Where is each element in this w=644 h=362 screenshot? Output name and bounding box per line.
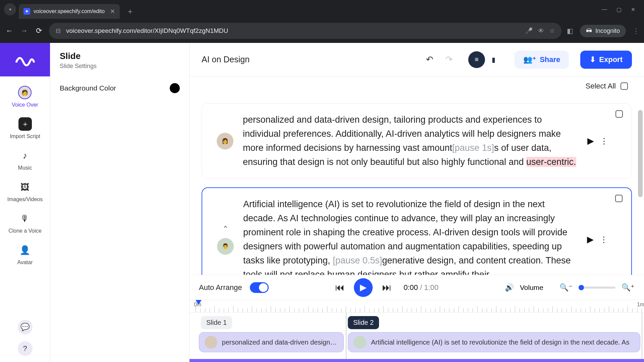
background-color-row: Background Color — [60, 83, 180, 93]
rail-avatar[interactable]: 👤 Avatar — [17, 243, 33, 265]
script-block[interactable]: ⌃ 👨 Artificial intelligence (AI) is set … — [202, 187, 632, 275]
script-block[interactable]: 👩 personalized and data-driven design, t… — [202, 103, 632, 179]
eye-off-icon[interactable]: 👁 — [538, 27, 544, 35]
speaker-avatar[interactable]: 👩 — [217, 133, 233, 149]
topbar: AI on Design ↶ ↷ ≡ ▮ 👥⁺ Share ⬇ Export — [190, 43, 644, 76]
browser-tab[interactable]: ✦ voiceover.speechify.com/edito ✕ — [19, 4, 120, 19]
pause-tag[interactable]: [pause 1s] — [452, 143, 494, 153]
ruler-label: 0m — [194, 302, 201, 308]
track-area[interactable]: Slide 1 Slide 2 personalized and data-dr… — [190, 313, 644, 362]
play-block-button[interactable]: ▶ — [587, 136, 594, 146]
url-text: voiceover.speechify.com/editor/XIjIDNq0W… — [66, 27, 520, 35]
rail-voice-over[interactable]: 🧑 Voice Over — [12, 86, 38, 108]
url-field[interactable]: ⊟ voiceover.speechify.com/editor/XIjIDNq… — [49, 23, 561, 39]
zoom-out-button[interactable]: 🔍⁻ — [559, 283, 573, 292]
image-icon: 🖼 — [18, 180, 32, 194]
zoom-in-button[interactable]: 🔍⁺ — [622, 283, 635, 292]
rail-import-script[interactable]: ＋ Import Script — [10, 117, 40, 139]
block-text[interactable]: personalized and data-driven design, tai… — [243, 113, 578, 169]
clip-text: Artificial intelligence (AI) is set to r… — [371, 339, 629, 346]
zoom-slider[interactable] — [579, 287, 615, 289]
slide-chip[interactable]: Slide 1 — [201, 316, 232, 329]
auto-arrange-label: Auto Arrange — [199, 283, 242, 292]
reload-button[interactable]: ⟳ — [34, 26, 44, 35]
volume-label: Volume — [520, 284, 543, 292]
tab-search-button[interactable]: ▾ — [4, 3, 16, 15]
tab-bar: ▾ ✦ voiceover.speechify.com/edito ✕ ＋ ― … — [0, 0, 644, 19]
minimize-icon[interactable]: ― — [602, 6, 607, 13]
sidepanel-icon[interactable]: ◧ — [567, 27, 573, 35]
maximize-icon[interactable]: ▢ — [616, 6, 622, 13]
highlighted-text: user-centric. — [526, 157, 576, 167]
block-checkbox[interactable] — [615, 195, 623, 202]
pause-tag[interactable]: [pause 0.5s] — [333, 255, 382, 265]
timeline-clip[interactable]: personalized and data-driven design, ta — [199, 332, 344, 352]
address-bar: ← → ⟳ ⊟ voiceover.speechify.com/editor/X… — [0, 19, 644, 43]
rail-label: Images/Videos — [7, 196, 43, 202]
scrollbar[interactable] — [637, 43, 643, 362]
bookmark-icon[interactable]: ☆ — [549, 27, 555, 35]
slide-chip[interactable]: Slide 2 — [348, 316, 379, 329]
block-menu-button[interactable]: ⋮ — [600, 136, 608, 146]
redo-button[interactable]: ↷ — [443, 54, 455, 65]
speaker-avatar[interactable]: 👨 — [217, 238, 234, 255]
export-button[interactable]: ⬇ Export — [580, 51, 632, 69]
select-all-control[interactable]: Select All — [586, 82, 628, 90]
prev-button[interactable]: ⏮ — [335, 282, 344, 293]
browser-menu-icon[interactable]: ⋮ — [633, 27, 639, 35]
mic-icon[interactable]: 🎤 — [525, 27, 533, 35]
bg-color-swatch[interactable] — [170, 83, 180, 93]
block-text[interactable]: Artificial intelligence (AI) is set to r… — [243, 197, 578, 275]
tab-title: voiceover.speechify.com/edito — [34, 8, 105, 14]
plus-icon: ＋ — [18, 117, 32, 131]
view-list-button[interactable]: ≡ — [468, 51, 485, 68]
site-settings-icon[interactable]: ⊟ — [56, 27, 61, 35]
new-tab-button[interactable]: ＋ — [122, 6, 138, 16]
next-button[interactable]: ⏭ — [382, 282, 391, 293]
chat-button[interactable]: 💬 — [18, 320, 33, 335]
script-canvas[interactable]: Select All 👩 personalized and data-drive… — [190, 76, 644, 275]
block-menu-button[interactable]: ⋮ — [600, 235, 608, 244]
rail-images-videos[interactable]: 🖼 Images/Videos — [7, 180, 43, 202]
music-note-icon: ♪ — [18, 149, 32, 162]
timeline-clip[interactable]: Artificial intelligence (AI) is set to r… — [348, 332, 640, 352]
timeline[interactable]: 0m 1m Slide 1 Slide 2 personalized and d… — [190, 300, 644, 362]
rail-label: Music — [18, 165, 32, 171]
select-all-label: Select All — [586, 82, 616, 90]
settings-title: Slide — [60, 51, 180, 61]
timeline-ruler[interactable]: 0m 1m — [190, 300, 644, 313]
download-icon: ⬇ — [590, 55, 596, 64]
play-button[interactable]: ▶ — [354, 278, 373, 297]
rail-label: Import Script — [10, 133, 40, 139]
rail-music[interactable]: ♪ Music — [18, 149, 32, 171]
forward-button[interactable]: → — [19, 26, 29, 35]
incognito-badge[interactable]: 🕶 Incognito — [580, 25, 626, 37]
project-title[interactable]: AI on Design — [202, 55, 250, 64]
app-logo[interactable] — [0, 43, 50, 76]
favicon-icon: ✦ — [23, 8, 30, 15]
scrollbar-thumb[interactable] — [638, 110, 643, 197]
slide-icon: ▮ — [492, 56, 495, 64]
auto-arrange-toggle[interactable] — [250, 282, 269, 293]
play-block-button[interactable]: ▶ — [587, 234, 594, 245]
undo-button[interactable]: ↶ — [423, 54, 436, 65]
close-window-icon[interactable]: ✕ — [631, 6, 635, 13]
share-button[interactable]: 👥⁺ Share — [515, 51, 569, 69]
rail-clone-voice[interactable]: 🎙 Clone a Voice — [8, 212, 42, 234]
time-current: 0:00 — [404, 283, 418, 292]
help-button[interactable]: ? — [18, 341, 33, 356]
back-button[interactable]: ← — [5, 26, 14, 35]
help-icon: ? — [23, 344, 27, 353]
block-checkbox[interactable] — [615, 110, 623, 118]
player-bar: Auto Arrange ⏮ ▶ ⏭ 0:00 / 1:00 🔊 Volume … — [190, 275, 644, 300]
settings-subtitle: Slide Settings — [60, 63, 180, 70]
view-slide-button[interactable]: ▮ — [485, 51, 502, 68]
select-all-checkbox[interactable] — [621, 82, 628, 90]
volume-icon[interactable]: 🔊 — [505, 283, 514, 292]
time-display: 0:00 / 1:00 — [404, 283, 438, 292]
collapse-icon[interactable]: ⌃ — [222, 225, 228, 233]
microphone-icon: 🎙 — [18, 212, 32, 225]
close-tab-icon[interactable]: ✕ — [110, 8, 115, 15]
bg-color-label: Background Color — [60, 84, 116, 92]
settings-panel: Slide Slide Settings Background Color — [50, 43, 190, 362]
